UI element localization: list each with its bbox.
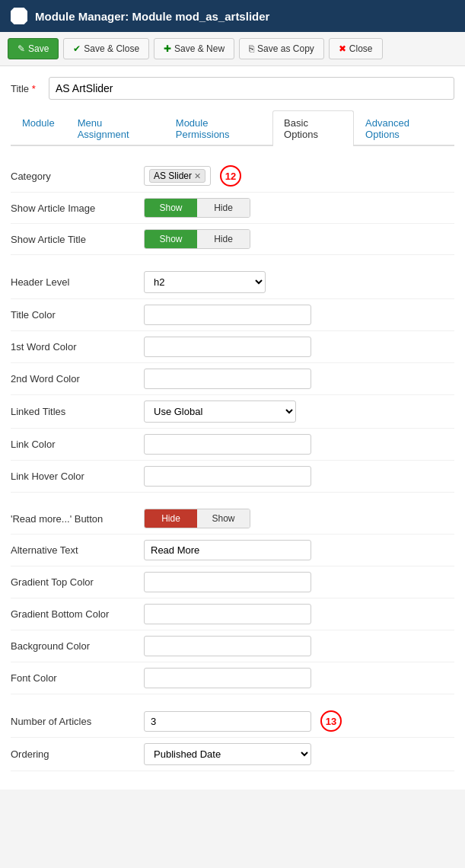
tab-module-permissions[interactable]: Module Permissions [164, 110, 272, 146]
svg-rect-2 [14, 17, 18, 21]
form-section: Category AS Slider ✕ 12 Show Article Ima… [11, 160, 454, 771]
font-color-input[interactable] [144, 668, 311, 688]
title-color-row: Title Color [11, 299, 454, 331]
title-color-input[interactable] [144, 305, 311, 325]
background-color-label: Background Color [11, 640, 144, 652]
ordering-label: Ordering [11, 748, 144, 760]
check-icon: ✔ [73, 43, 81, 54]
save-close-button[interactable]: ✔ Save & Close [63, 38, 149, 59]
first-word-color-row: 1st Word Color [11, 331, 454, 363]
number-of-articles-input[interactable] [144, 711, 311, 732]
show-article-title-row: Show Article Title Show Hide [11, 224, 454, 255]
title-color-label: Title Color [11, 309, 144, 321]
link-color-input[interactable] [144, 434, 311, 455]
show-article-image-hide-btn[interactable]: Hide [197, 199, 250, 217]
save-button[interactable]: ✎ Save [8, 38, 59, 59]
show-article-title-toggle: Show Hide [144, 229, 250, 249]
link-hover-color-input[interactable] [144, 466, 311, 487]
linked-titles-select[interactable]: Use Global Yes No [144, 400, 296, 423]
link-hover-color-row: Link Hover Color [11, 461, 454, 493]
category-input[interactable]: AS Slider ✕ [144, 166, 211, 186]
title-input[interactable] [49, 77, 454, 100]
second-word-color-label: 2nd Word Color [11, 373, 144, 385]
header-level-label: Header Level [11, 276, 144, 288]
ordering-select[interactable]: Published Date Created Date Title Random [144, 743, 311, 765]
link-hover-color-label: Link Hover Color [11, 471, 144, 482]
save-new-button[interactable]: ✚ Save & New [154, 38, 234, 59]
content-area: Title * Module Menu Assignment Module Pe… [0, 66, 465, 790]
gradient-bottom-color-label: Gradient Bottom Color [11, 608, 144, 620]
alternative-text-label: Alternative Text [11, 544, 144, 556]
tab-module[interactable]: Module [11, 110, 66, 146]
first-word-color-input[interactable] [144, 337, 311, 357]
show-article-title-label: Show Article Title [11, 234, 144, 245]
gradient-top-color-row: Gradient Top Color [11, 566, 454, 598]
tag-remove-icon[interactable]: ✕ [194, 171, 201, 181]
show-article-image-label: Show Article Image [11, 203, 144, 214]
tab-advanced-options[interactable]: Advanced Options [354, 110, 454, 146]
show-article-title-show-btn[interactable]: Show [145, 230, 197, 248]
header-level-select[interactable]: h2 h1 h3 h4 h5 h6 [144, 271, 266, 293]
module-icon [11, 8, 27, 24]
second-word-color-row: 2nd Word Color [11, 363, 454, 395]
category-label: Category [11, 171, 144, 182]
required-marker: * [32, 83, 36, 94]
close-icon: ✖ [339, 43, 346, 54]
header-level-row: Header Level h2 h1 h3 h4 h5 h6 [11, 266, 454, 299]
svg-rect-1 [20, 11, 24, 15]
second-word-color-input[interactable] [144, 369, 311, 389]
tabs: Module Menu Assignment Module Permission… [11, 110, 454, 146]
copy-icon: ⎘ [249, 43, 254, 54]
alternative-text-row: Alternative Text [11, 535, 454, 566]
ordering-row: Ordering Published Date Created Date Tit… [11, 738, 454, 771]
number-of-articles-row: Number of Articles 13 [11, 705, 454, 738]
show-article-title-hide-btn[interactable]: Hide [197, 230, 250, 248]
tab-basic-options[interactable]: Basic Options [272, 110, 354, 146]
link-color-row: Link Color [11, 429, 454, 461]
show-article-image-row: Show Article Image Show Hide [11, 193, 454, 224]
linked-titles-row: Linked Titles Use Global Yes No [11, 395, 454, 429]
save-icon: ✎ [18, 43, 25, 54]
read-more-hide-btn[interactable]: Hide [145, 509, 197, 528]
plus-icon: ✚ [164, 43, 171, 54]
read-more-show-btn[interactable]: Show [197, 509, 250, 528]
show-article-image-show-btn[interactable]: Show [145, 199, 197, 217]
read-more-toggle: Hide Show [144, 509, 250, 528]
title-label: Title * [11, 83, 41, 94]
page-title: Module Manager: Module mod_as_artslider [35, 10, 269, 23]
category-row: Category AS Slider ✕ 12 [11, 160, 454, 193]
svg-rect-0 [14, 11, 18, 15]
background-color-row: Background Color [11, 630, 454, 662]
number-of-articles-label: Number of Articles [11, 716, 144, 727]
tab-menu-assignment[interactable]: Menu Assignment [66, 110, 164, 146]
alternative-text-input[interactable] [144, 540, 311, 560]
app-header: Module Manager: Module mod_as_artslider [0, 0, 465, 32]
first-word-color-label: 1st Word Color [11, 341, 144, 353]
toolbar: ✎ Save ✔ Save & Close ✚ Save & New ⎘ Sav… [0, 32, 465, 66]
category-badge: 12 [220, 165, 241, 187]
show-article-image-toggle: Show Hide [144, 198, 250, 218]
save-copy-button[interactable]: ⎘ Save as Copy [239, 38, 324, 59]
read-more-button-row: 'Read more...' Button Hide Show [11, 503, 454, 535]
title-row: Title * [11, 77, 454, 100]
close-button[interactable]: ✖ Close [329, 38, 383, 59]
number-articles-badge: 13 [320, 710, 342, 732]
gradient-bottom-color-input[interactable] [144, 604, 311, 624]
background-color-input[interactable] [144, 636, 311, 656]
linked-titles-label: Linked Titles [11, 406, 144, 417]
gradient-top-color-label: Gradient Top Color [11, 576, 144, 588]
font-color-row: Font Color [11, 662, 454, 694]
gradient-top-color-input[interactable] [144, 572, 311, 592]
gradient-bottom-color-row: Gradient Bottom Color [11, 598, 454, 630]
font-color-label: Font Color [11, 672, 144, 684]
read-more-button-label: 'Read more...' Button [11, 513, 144, 525]
svg-rect-3 [20, 17, 24, 21]
category-tag: AS Slider ✕ [149, 169, 205, 183]
link-color-label: Link Color [11, 439, 144, 450]
